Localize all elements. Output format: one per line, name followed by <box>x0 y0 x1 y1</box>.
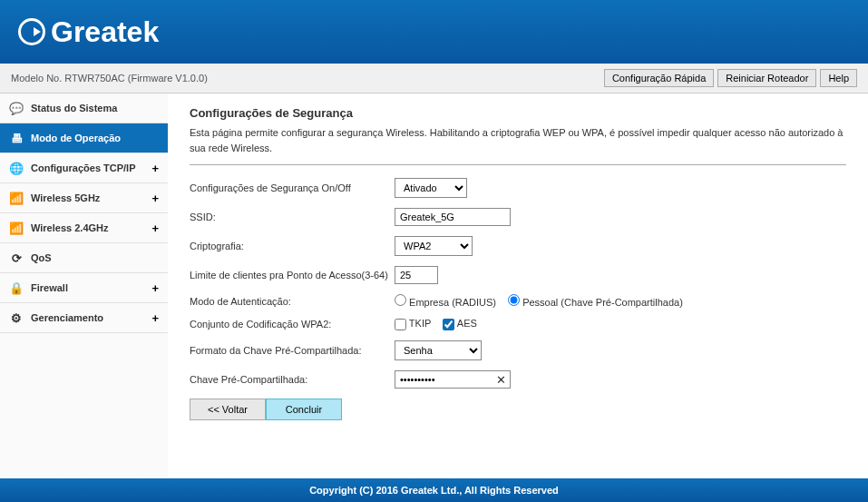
back-button[interactable]: << Voltar <box>190 399 266 420</box>
sidebar-item-wifi5[interactable]: 📶 Wireless 5GHz + <box>0 183 168 213</box>
ssid-label: SSID: <box>190 212 395 222</box>
gear-icon: ⚙ <box>9 310 24 325</box>
model-info: Modelo No. RTWR750AC (Firmware V1.0.0) <box>11 73 208 84</box>
psk-label: Chave Pré-Compartilhada: <box>190 374 395 385</box>
psk-input[interactable] <box>395 370 511 389</box>
sidebar-item-label: Gerenciamento <box>31 312 103 323</box>
key-format-label: Formato da Chave Pré-Compartilhada: <box>190 345 395 356</box>
qos-icon: ⟳ <box>9 251 24 265</box>
page-title: Configurações de Segurança <box>190 106 846 120</box>
brand-text: Greatek <box>51 15 159 49</box>
lock-icon: 🔒 <box>9 281 24 295</box>
globe-icon: 🌐 <box>9 161 24 175</box>
expand-icon: + <box>151 281 159 295</box>
sidebar-item-label: Status do Sistema <box>31 103 117 113</box>
sidebar-item-status[interactable]: 💬 Status do Sistema <box>0 94 168 123</box>
expand-icon: + <box>151 162 159 175</box>
sidebar-item-qos[interactable]: ⟳ QoS <box>0 243 168 273</box>
subheader: Modelo No. RTWR750AC (Firmware V1.0.0) C… <box>0 64 868 94</box>
tkip-checkbox[interactable] <box>395 319 406 330</box>
submit-button[interactable]: Concluir <box>266 399 342 420</box>
wpa2-cipher-group: TKIP AES <box>395 318 486 330</box>
expand-icon: + <box>151 311 159 325</box>
quick-setup-button[interactable]: Configuração Rápida <box>604 69 714 87</box>
expand-icon: + <box>151 192 159 205</box>
sidebar-item-label: Wireless 5GHz <box>31 192 100 203</box>
sidebar: 💬 Status do Sistema 🖶 Modo de Operação 🌐… <box>0 94 168 484</box>
help-button[interactable]: Help <box>820 69 857 87</box>
footer: Copyright (C) 2016 Greatek Ltd., All Rig… <box>0 478 868 502</box>
aes-checkbox[interactable] <box>443 319 454 330</box>
status-icon: 💬 <box>9 101 24 115</box>
brand-logo: Greatek <box>18 15 159 49</box>
security-onoff-select[interactable]: Ativado <box>395 178 467 198</box>
sidebar-item-label: Modo de Operação <box>31 133 121 143</box>
sidebar-item-management[interactable]: ⚙ Gerenciamento + <box>0 303 168 333</box>
auth-psk-option[interactable]: Pessoal (Chave Pré-Compartilhada) <box>508 297 683 308</box>
ssid-input[interactable] <box>395 208 511 226</box>
header: Greatek <box>0 0 868 64</box>
main-panel: Configurações de Segurança Esta página p… <box>168 94 868 484</box>
aes-option[interactable]: AES <box>443 318 476 329</box>
divider <box>190 164 846 165</box>
wifi-icon: 📶 <box>9 221 24 235</box>
sidebar-item-label: Firewall <box>31 282 68 293</box>
security-onoff-label: Configurações de Segurança On/Off <box>190 182 395 193</box>
sidebar-item-tcpip[interactable]: 🌐 Configurações TCP/IP + <box>0 153 168 183</box>
auth-psk-radio[interactable] <box>508 294 520 306</box>
sidebar-item-wifi24[interactable]: 📶 Wireless 2.4GHz + <box>0 213 168 243</box>
auth-mode-group: Empresa (RADIUS) Pessoal (Chave Pré-Comp… <box>395 294 692 308</box>
auth-mode-label: Modo de Autenticação: <box>190 296 395 307</box>
header-button-group: Configuração Rápida Reiniciar Roteador H… <box>604 69 857 87</box>
expand-icon: + <box>151 221 159 235</box>
key-format-select[interactable]: Senha <box>395 340 482 360</box>
wpa2-cipher-label: Conjunto de Codificação WPA2: <box>190 319 395 330</box>
sidebar-item-label: Wireless 2.4GHz <box>31 222 109 233</box>
clear-icon[interactable]: ✕ <box>496 372 506 386</box>
reboot-button[interactable]: Reiniciar Roteador <box>717 69 816 87</box>
sidebar-item-opmode[interactable]: 🖶 Modo de Operação <box>0 123 168 153</box>
page-description: Esta página permite configurar a seguran… <box>190 125 846 155</box>
sidebar-item-label: QoS <box>31 252 52 263</box>
cipher-select[interactable]: WPA2 <box>395 236 473 256</box>
auth-radius-radio[interactable] <box>395 294 406 306</box>
client-limit-label: Limite de clientes pra Ponto de Acesso(3… <box>190 270 395 281</box>
sidebar-item-firewall[interactable]: 🔒 Firewall + <box>0 273 168 303</box>
brand-icon <box>18 18 45 45</box>
cipher-label: Criptografia: <box>190 241 395 251</box>
client-limit-input[interactable] <box>395 266 438 284</box>
sidebar-item-label: Configurações TCP/IP <box>31 162 136 173</box>
button-row: << Voltar Concluir <box>190 399 846 420</box>
tkip-option[interactable]: TKIP <box>395 318 431 329</box>
wifi-icon: 📶 <box>9 191 24 205</box>
auth-radius-option[interactable]: Empresa (RADIUS) <box>395 297 496 308</box>
opmode-icon: 🖶 <box>9 131 24 145</box>
